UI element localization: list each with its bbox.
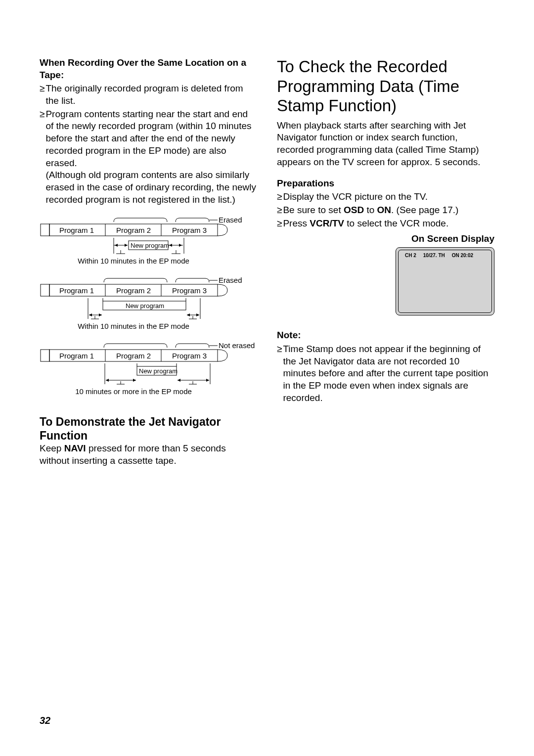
page-number: 32: [40, 715, 50, 726]
preparations-heading: Preparations: [277, 178, 494, 190]
note-heading: Note:: [277, 329, 494, 342]
bullet-icon: ≥: [40, 108, 44, 206]
columns: When Recording Over the Same Location on…: [40, 57, 494, 467]
bullet-item: ≥ Be sure to set OSD to ON. (See page 17…: [277, 204, 494, 217]
svg-marker-29: [89, 313, 92, 316]
text: Be sure to set: [283, 205, 344, 215]
svg-marker-30: [99, 313, 102, 316]
bullet-item: ≥ Display the VCR picture on the TV.: [277, 191, 494, 203]
osd-date: 10/27. TH: [423, 253, 445, 258]
bullet-icon: ≥: [277, 343, 282, 404]
bullet-item: ≥ Program contents starting near the sta…: [40, 108, 257, 206]
osd-text: CH 2 10/27. TH ON 20:02: [405, 253, 473, 258]
bullet-icon: ≥: [277, 218, 282, 230]
text: to: [364, 205, 377, 215]
bullet-icon: ≥: [277, 191, 282, 203]
diagram-3: Not erased Program 1 Program 2 Program 3…: [40, 339, 257, 398]
bullet-text: Time Stamp does not appear if the beginn…: [283, 343, 494, 404]
text: Press: [283, 218, 310, 228]
right-column: To Check the Recorded Programming Data (…: [277, 57, 494, 467]
on-bold: ON: [377, 205, 392, 215]
diagram-2: Erased Program 1 Program 2 Program 3 New…: [40, 273, 257, 333]
svg-marker-50: [133, 379, 136, 382]
prog1: Program 1: [59, 226, 94, 234]
svg-marker-53: [206, 379, 209, 382]
bullet-icon: ≥: [277, 204, 282, 217]
navi-bold: NAVI: [64, 443, 86, 453]
bullet-item: ≥ The originally recorded program is del…: [40, 83, 257, 107]
prog3: Program 3: [172, 352, 207, 360]
prog3: Program 3: [172, 286, 207, 295]
svg-marker-52: [178, 379, 180, 382]
left-heading: When Recording Over the Same Location on…: [40, 57, 257, 81]
newprog: New program: [131, 242, 169, 249]
svg-rect-42: [41, 350, 49, 361]
text: Keep: [40, 443, 64, 453]
svg-marker-9: [115, 244, 118, 247]
text: to select the VCR mode.: [344, 218, 448, 228]
osd-ch: CH 2: [405, 253, 416, 258]
osd-inner: [398, 250, 492, 313]
svg-rect-4: [41, 224, 49, 236]
bullet-icon: ≥: [40, 83, 44, 107]
prog3: Program 3: [172, 226, 207, 234]
caption: Within 10 minutes in the EP mode: [40, 322, 227, 330]
prog1: Program 1: [59, 286, 94, 295]
osd-label: On Screen Display: [277, 233, 494, 244]
bullet-text: Press VCR/TV to select the VCR mode.: [283, 218, 494, 230]
sub-paragraph: (Although old program contents are also …: [45, 169, 257, 206]
demonstrate-heading: To Demonstrate the Jet Navigator Functio…: [40, 415, 257, 443]
vcrtv-bold: VCR/TV: [310, 218, 344, 228]
bullet-text: Program contents starting near the start…: [45, 109, 251, 168]
newprog: New program: [126, 302, 164, 310]
caption: Within 10 minutes in the EP mode: [40, 257, 227, 265]
svg-marker-32: [187, 313, 190, 316]
newprog: New program: [139, 367, 178, 375]
bullet-text: Display the VCR picture on the TV.: [283, 191, 494, 203]
prog2: Program 2: [116, 286, 151, 295]
svg-marker-8: [125, 244, 128, 247]
svg-marker-13: [179, 244, 182, 247]
svg-marker-49: [106, 379, 109, 382]
not-erased-label: Not erased: [219, 341, 255, 350]
right-title: To Check the Recorded Programming Data (…: [277, 57, 494, 116]
intro-text: When playback starts after searching wit…: [277, 120, 494, 169]
osd-bold: OSD: [344, 205, 364, 215]
bullet-text: The originally recorded program is delet…: [45, 83, 257, 107]
erased-label: Erased: [219, 216, 242, 224]
bullet-item: ≥ Time Stamp does not appear if the begi…: [277, 343, 494, 404]
demonstrate-body: Keep NAVI pressed for more than 5 second…: [40, 443, 257, 467]
bullet-item: ≥ Press VCR/TV to select the VCR mode.: [277, 218, 494, 230]
erased-label: Erased: [219, 276, 242, 284]
prog2: Program 2: [116, 352, 151, 360]
diagram-block: Erased Program 1 Program 2 Program 3 New…: [40, 213, 257, 398]
svg-marker-33: [196, 313, 199, 316]
text: . (See page 17.): [391, 205, 458, 215]
manual-page: When Recording Over the Same Location on…: [0, 0, 534, 756]
bullet-text: Be sure to set OSD to ON. (See page 17.): [283, 204, 494, 217]
osd-screen: CH 2 10/27. TH ON 20:02: [396, 247, 494, 315]
prog2: Program 2: [116, 226, 151, 234]
caption: 10 minutes or more in the EP mode: [40, 387, 227, 396]
svg-rect-22: [41, 284, 49, 296]
left-column: When Recording Over the Same Location on…: [40, 57, 257, 467]
svg-marker-12: [169, 244, 172, 247]
prog1: Program 1: [59, 352, 94, 360]
diagram-1: Erased Program 1 Program 2 Program 3 New…: [40, 213, 257, 267]
osd-on: ON 20:02: [452, 253, 473, 258]
